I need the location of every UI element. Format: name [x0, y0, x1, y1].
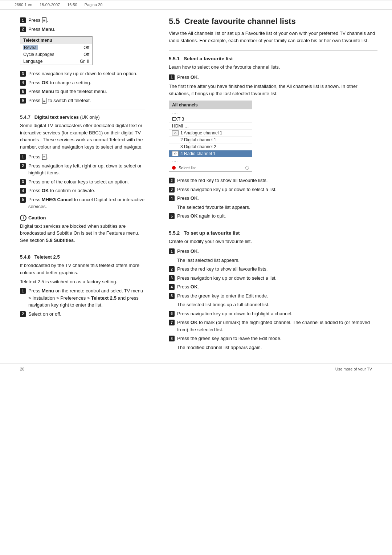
step-text: Press OK to mark (or unmark) the highlig…	[177, 319, 377, 333]
step-text: Press ≡.	[28, 153, 145, 161]
channel-dots: ….	[169, 109, 252, 116]
step-number: 2	[169, 178, 175, 183]
key-label: Menu	[42, 27, 54, 32]
subsection-552-title: 5.5.2 To set up a favourite list	[169, 230, 377, 236]
subsection-suffix: (UK only)	[80, 114, 100, 120]
channel-dots: ….	[169, 157, 252, 164]
subsection-intro: Create or modify your own favourite list…	[169, 238, 377, 245]
teletext-menu-row: Language Gr. II	[20, 58, 92, 65]
divider	[20, 249, 145, 249]
caution-block: i Caution Digital text services are bloc…	[20, 215, 145, 244]
channel-row: HDMI …	[169, 123, 252, 130]
step-item: 2 Press navigation key left, right or up…	[20, 162, 145, 177]
select-list-label: Select list	[179, 166, 242, 170]
step-number: 1	[20, 17, 26, 23]
channel-row: 3 Digital channel 2	[169, 143, 252, 150]
step-number: 6	[20, 98, 26, 104]
menu-icon: ≡	[42, 154, 46, 160]
step-number: 3	[20, 179, 26, 185]
factory-note: Teletext 2.5 is switched on as a factory…	[20, 279, 145, 284]
step-number: 2	[169, 266, 175, 272]
step-item: 4 Press OK to confirm or activate.	[20, 187, 145, 194]
section-548: 5.4.8 Teletext 2.5 If broadcasted by the…	[20, 254, 145, 317]
step-text: The last selected list appears.	[177, 257, 377, 264]
subsection-551-title: 5.5.1 Select a favourite list	[169, 56, 377, 61]
channels-header: All channels	[169, 101, 252, 109]
step-number: 2	[20, 311, 26, 317]
step-text: Press ≡.	[28, 17, 145, 24]
step-item: 1 Press ≡.	[20, 153, 145, 161]
teletext-menu-row: Cycle subpages Off	[20, 51, 92, 58]
divider	[169, 225, 377, 225]
step-number: 1	[169, 248, 175, 254]
teletext-menu-table: Teletext menu Reveal Off Cycle subpages …	[20, 36, 93, 65]
step-item: 5 Press Menu to quit the teletext menu.	[20, 88, 145, 95]
key-label: MHEG Cancel	[42, 197, 73, 202]
step-text: Press one of the colour keys to select a…	[28, 178, 145, 186]
channel-select-row: Select list	[169, 164, 252, 171]
steps-before-table: 1 Press OK.	[169, 74, 377, 81]
step-text: Press navigation key up or down to selec…	[177, 275, 377, 282]
step-item: 2 Press the red key to show all favourit…	[169, 266, 377, 273]
step-text: Press navigation key left, right or up, …	[28, 162, 145, 177]
subsection-name: Select a favourite list	[184, 56, 233, 61]
subsection-intro: Learn how to select one of the favourite…	[169, 64, 377, 71]
step-text: Press navigation key up or down to highl…	[177, 310, 377, 317]
step-note: The selected list brings up a full chann…	[177, 301, 377, 308]
channel-name: 3 Digital channel 2	[180, 144, 216, 149]
menu-row-value: Off	[83, 45, 89, 50]
select-circle-icon	[245, 166, 249, 170]
left-column: 1 Press ≡. 2 Press Menu. Teletext menu R…	[0, 17, 156, 353]
note-text: The first time after you have finished t…	[169, 83, 377, 97]
subsection-name: To set up a favourite list	[184, 230, 240, 236]
subsection-name: Teletext 2.5	[34, 254, 60, 260]
steps-after-table: 2 Press the red key to show all favourit…	[169, 177, 377, 220]
subsection-number: 5.4.7	[20, 114, 30, 120]
header-page: Pagina 20	[85, 3, 103, 7]
step-text: Press OK.	[177, 74, 377, 81]
section-547-steps: 1 Press ≡. 2 Press navigation key left, …	[20, 153, 145, 210]
step-number: 3	[169, 187, 175, 193]
initial-steps: 1 Press ≡. 2 Press Menu.	[20, 17, 145, 33]
menu-icon: ≡	[42, 17, 46, 23]
step-number: 4	[169, 195, 175, 201]
step-note: The selected favourite list appears.	[177, 204, 377, 211]
step-number: 1	[20, 154, 26, 160]
step-number: 4	[20, 80, 26, 86]
key-label: Menu	[42, 89, 54, 94]
step-item: 3 Press navigation key up or down to sel…	[20, 70, 145, 77]
subsection-intro: If broadcasted by the TV channel this te…	[20, 262, 145, 276]
key-label: Menu	[42, 288, 54, 293]
section-552: 5.5.2 To set up a favourite list Create …	[169, 230, 377, 351]
key-label: OK	[191, 284, 198, 289]
step-item: 1 Press Menu on the remote control and s…	[20, 287, 145, 309]
step-text: Press the red key to show all favourite …	[177, 177, 377, 184]
section-551: 5.5.1 Select a favourite list Learn how …	[169, 56, 377, 220]
step-number: 5	[20, 89, 26, 94]
step-text: Press OK to change a setting.	[28, 79, 145, 86]
doc-ref: 2690.1 en	[15, 3, 32, 7]
step-item: 4 Press OK to change a setting.	[20, 79, 145, 86]
step-text: Press the green key to enter the Edit mo…	[177, 292, 377, 300]
step-item: 6 Press ≡ to switch off teletext.	[20, 97, 145, 104]
section-intro: View the All channels list or set up a F…	[169, 30, 377, 44]
step-text: Press Menu.	[28, 26, 145, 33]
channel-row-highlighted: ☆ 4 Radio channel 1	[169, 150, 252, 157]
step-text: Press Menu on the remote control and sel…	[28, 287, 145, 309]
select-bullet-icon	[172, 166, 176, 170]
step-number: 8	[169, 336, 175, 341]
step-text: Press ≡ to switch off teletext.	[28, 97, 145, 104]
step-number: 5	[20, 197, 26, 203]
step-item: 2 Select on or off.	[20, 311, 145, 318]
step-number: 3	[169, 275, 175, 281]
step-text: Press navigation key up or down to selec…	[177, 186, 377, 193]
step-number: 5	[169, 213, 175, 219]
key-label: OK	[42, 80, 49, 85]
step-text: Press OK again to quit.	[177, 212, 377, 220]
section-552-steps: 1 Press OK. The last selected list appea…	[169, 248, 377, 351]
step-number: 4	[169, 284, 175, 290]
step-item: 6 Press navigation key up or down to hig…	[169, 310, 377, 317]
step-number: 7	[169, 320, 175, 325]
subsection-title: 5.4.7 Digital text services (UK only)	[20, 114, 145, 120]
step-item: 3 Press navigation key up or down to sel…	[169, 186, 377, 193]
